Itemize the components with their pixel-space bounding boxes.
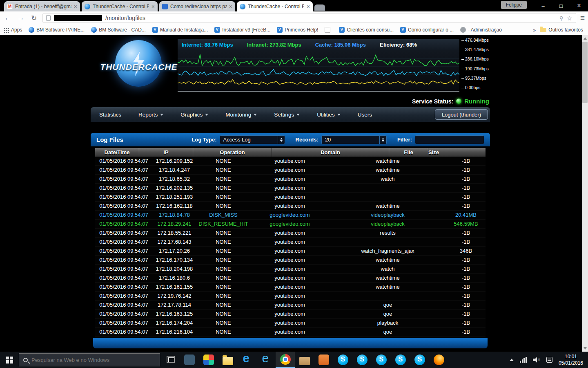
scroll-up-icon[interactable] bbox=[584, 37, 587, 40]
tab-close-icon[interactable] bbox=[229, 4, 232, 9]
log-type-select[interactable]: Access Log bbox=[220, 135, 285, 144]
bookmark-item[interactable]: Apps bbox=[3, 27, 22, 33]
other-favorites-button[interactable]: Outros favoritos bbox=[540, 27, 583, 33]
tab-thundercache-active[interactable]: ThunderCache - Control P... bbox=[237, 1, 313, 11]
chevron-down-icon bbox=[205, 114, 208, 116]
bookmark-item[interactable]: BM Software-PAINE... bbox=[29, 27, 85, 33]
task-view-button[interactable] bbox=[163, 352, 180, 368]
bookmark-item[interactable] bbox=[325, 27, 332, 33]
cell-file: watchtime bbox=[329, 275, 446, 281]
bookmark-item[interactable]: Clientes com consu... bbox=[339, 27, 394, 33]
graph-axis-labels: 476.84Mbps 381.47Mbps 286.10Mbps 190.73M… bbox=[461, 38, 490, 90]
network-icon[interactable] bbox=[520, 357, 527, 363]
start-button[interactable] bbox=[0, 352, 19, 368]
tab-gmail[interactable]: Entrada (1) - benefff@gma... bbox=[4, 1, 80, 11]
table-row: 01/05/2016 09:54:07 172.16.202.135 NONE … bbox=[95, 184, 486, 193]
cell-operation: NONE bbox=[196, 257, 250, 263]
scrollbar-thumb[interactable] bbox=[582, 42, 588, 103]
page-tool-icon[interactable]: ⚲ bbox=[559, 15, 564, 21]
messaging-icon[interactable] bbox=[180, 352, 199, 368]
nav-item-utilities[interactable]: Utilities bbox=[308, 107, 349, 122]
logout-button[interactable]: Logout (thunder) bbox=[435, 109, 488, 120]
filter-input[interactable] bbox=[415, 135, 484, 144]
nav-item-statistics[interactable]: Statistics bbox=[91, 107, 130, 122]
bookmark-item[interactable]: Manual de Instalaçã... bbox=[152, 27, 208, 33]
taskbar-clock[interactable]: 10:01 05/01/2016 bbox=[559, 353, 583, 366]
cell-size: -1B bbox=[446, 257, 486, 263]
cell-file: qoe bbox=[329, 311, 446, 317]
table-row: 01/05/2016 09:54:07 172.16.216.104 NONE … bbox=[95, 328, 486, 337]
system-tray: × 10:01 05/01/2016 bbox=[510, 353, 588, 366]
nav-item-monitoring[interactable]: Monitoring bbox=[217, 107, 265, 122]
file-explorer-icon[interactable] bbox=[218, 352, 237, 368]
close-button[interactable] bbox=[570, 0, 588, 11]
minimize-button[interactable] bbox=[534, 0, 552, 11]
tab-bar: Entrada (1) - benefff@gma... ThunderCach… bbox=[4, 1, 325, 11]
notification-icon[interactable] bbox=[546, 357, 552, 363]
url-bar[interactable]: /monitor/logfiles ⚲ bbox=[42, 13, 576, 23]
nav-item-graphics[interactable]: Graphics bbox=[172, 107, 217, 122]
taskbar-search-box[interactable] bbox=[19, 353, 160, 366]
page-scrollbar[interactable] bbox=[582, 35, 588, 352]
cell-operation: NONE bbox=[196, 284, 250, 290]
filter-label: Filter: bbox=[397, 137, 412, 143]
window-controls bbox=[534, 0, 588, 11]
photos-icon[interactable] bbox=[199, 352, 218, 368]
skype-icon[interactable] bbox=[391, 352, 410, 368]
nav-item-settings[interactable]: Settings bbox=[265, 107, 308, 122]
table-row: 01/05/2016 09:54:07 172.18.29.241 DISK_R… bbox=[95, 220, 486, 229]
volume-muted-icon[interactable]: × bbox=[533, 357, 540, 363]
skype-icon[interactable] bbox=[372, 352, 391, 368]
column-header[interactable]: File bbox=[389, 148, 428, 157]
back-icon[interactable] bbox=[3, 14, 12, 22]
records-select[interactable]: 20 bbox=[321, 135, 387, 144]
chrome-icon[interactable] bbox=[276, 352, 295, 368]
doc-favicon bbox=[162, 4, 168, 9]
bookmark-item[interactable]: Instalador v3 [FreeB... bbox=[214, 27, 270, 33]
scroll-down-icon[interactable] bbox=[584, 347, 587, 350]
pictures-icon[interactable] bbox=[314, 352, 333, 368]
internet-explorer-icon[interactable] bbox=[256, 352, 276, 368]
skype-icon[interactable] bbox=[333, 352, 352, 368]
tab-close-icon[interactable] bbox=[151, 4, 155, 9]
spinner-icon[interactable] bbox=[379, 136, 386, 144]
new-tab-button[interactable] bbox=[314, 4, 325, 11]
bookmark-item[interactable]: Como configurar o ... bbox=[400, 27, 454, 33]
tab-close-icon[interactable] bbox=[307, 4, 310, 9]
forward-icon[interactable] bbox=[16, 14, 25, 22]
spinner-icon[interactable] bbox=[278, 136, 285, 144]
taskbar-search-input[interactable] bbox=[31, 357, 156, 363]
tab-close-icon[interactable] bbox=[74, 4, 77, 9]
tab-help-article[interactable]: Como redireciona https pa... bbox=[159, 1, 235, 11]
firefox-icon[interactable] bbox=[429, 352, 448, 368]
cell-ip: 172.19.76.142 bbox=[152, 293, 196, 299]
skype-icon[interactable] bbox=[410, 352, 429, 368]
browser-user-badge[interactable]: Felippe bbox=[501, 1, 527, 9]
tab-thundercache-1[interactable]: ThunderCache - Control P... bbox=[82, 1, 158, 11]
column-header[interactable]: Date/Time bbox=[95, 148, 139, 157]
menu-icon[interactable] bbox=[580, 13, 585, 22]
column-header[interactable]: Operation bbox=[193, 148, 272, 157]
bookmark-item[interactable]: Primeiros Help! bbox=[277, 27, 318, 33]
column-header[interactable]: Size bbox=[428, 148, 439, 157]
column-header[interactable]: Domain bbox=[272, 148, 389, 157]
logfiles-panel: Log Files Log Type: Access Log Records: … bbox=[91, 133, 490, 348]
bookmark-item[interactable]: BM Software - CAD... bbox=[91, 27, 146, 33]
chevron-up-icon[interactable] bbox=[510, 359, 514, 361]
cell-size: -1B bbox=[446, 284, 486, 290]
maximize-button[interactable] bbox=[552, 0, 570, 11]
folder-icon[interactable] bbox=[295, 352, 314, 368]
skype-icon[interactable] bbox=[352, 352, 372, 368]
cell-domain: youtube.com bbox=[250, 176, 329, 182]
nav-item-users[interactable]: Users bbox=[349, 107, 381, 122]
edge-icon[interactable] bbox=[237, 352, 256, 368]
bookmarks-overflow-icon[interactable]: » bbox=[533, 27, 536, 33]
column-header[interactable]: IP bbox=[139, 148, 193, 157]
bookmark-star-icon[interactable] bbox=[567, 14, 572, 22]
nav-item-reports[interactable]: Reports bbox=[130, 107, 172, 122]
reload-icon[interactable] bbox=[29, 14, 38, 22]
cell-file: videoplayback bbox=[329, 221, 446, 227]
cell-domain: youtube.com bbox=[250, 194, 329, 200]
table-row: 01/05/2016 09:54:07 172.19.76.142 NONE y… bbox=[95, 292, 486, 301]
bookmark-item[interactable]: - Administração bbox=[460, 27, 502, 33]
